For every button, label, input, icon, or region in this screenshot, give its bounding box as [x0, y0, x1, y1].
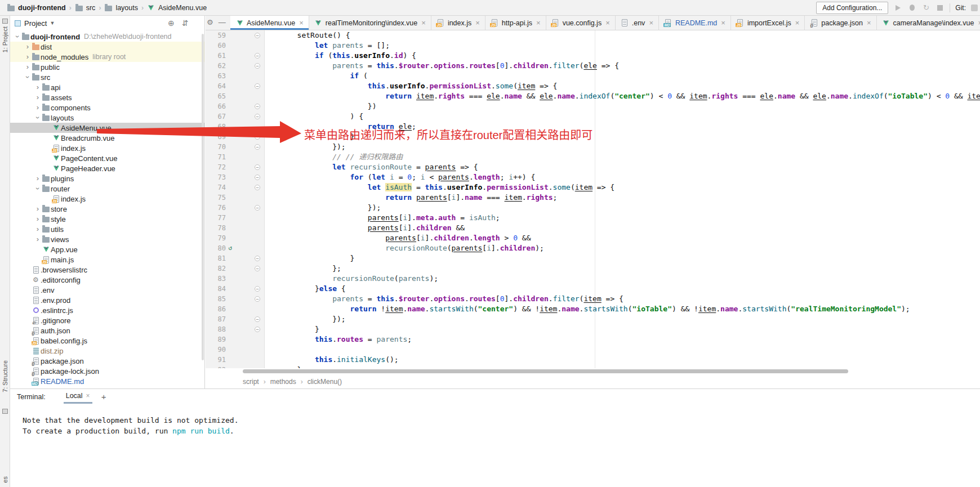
git-update-icon[interactable] [971, 5, 978, 11]
fold-marker-icon[interactable]: − [253, 51, 262, 61]
close-tab-icon[interactable]: × [421, 19, 426, 27]
tree-item-style[interactable]: ›style [10, 214, 204, 224]
tree-chevron-icon[interactable]: › [24, 43, 32, 51]
close-tab-icon[interactable]: × [605, 19, 610, 27]
tree-item-.env[interactable]: .env [10, 285, 204, 295]
tree-item-components[interactable]: ›components [10, 102, 204, 113]
locate-icon[interactable]: ⊕ [168, 19, 175, 28]
tree-chevron-icon[interactable]: › [34, 225, 42, 233]
fold-marker-icon[interactable]: − [253, 284, 262, 294]
tree-item-.eslintrc.js[interactable]: .eslintrc.js [10, 305, 204, 315]
code-line-85[interactable]: 85−parents = this.$router.options.routes… [206, 294, 980, 304]
tree-chevron-icon[interactable]: › [34, 114, 42, 122]
tree-chevron-icon[interactable]: › [34, 215, 42, 223]
fold-marker-icon[interactable]: − [253, 101, 262, 111]
tree-item-public[interactable]: ›public [10, 62, 204, 72]
tree-item-.gitignore[interactable]: ⊘.gitignore [10, 315, 204, 325]
fold-marker-icon[interactable]: − [253, 162, 262, 172]
tab-http-api.js[interactable]: JShttp-api.js× [485, 16, 546, 30]
stop-icon[interactable] [936, 3, 945, 12]
code-line-64[interactable]: 64−this.userInfo.permissionList.some(ite… [206, 81, 980, 91]
code-line-68[interactable]: 68return ele; [206, 122, 980, 132]
tree-chevron-icon[interactable]: › [34, 175, 42, 182]
settings-icon[interactable]: ⚙ [207, 18, 213, 26]
fold-marker-icon[interactable]: − [253, 81, 262, 91]
close-tab-icon[interactable]: × [475, 19, 480, 27]
code-line-67[interactable]: 67−) { [206, 111, 980, 122]
tree-item-src[interactable]: ›src [10, 72, 204, 82]
tree-item-package-lock.json[interactable]: {}package-lock.json [10, 366, 204, 376]
code-line-76[interactable]: 76−}); [206, 203, 980, 213]
coverage-icon[interactable]: ↻ [921, 3, 930, 12]
tree-item-utils[interactable]: ›utils [10, 224, 204, 234]
terminal-tab-local[interactable]: Local × [64, 392, 92, 404]
fold-marker-icon[interactable]: − [253, 263, 262, 274]
close-tab-icon[interactable]: × [649, 19, 653, 27]
fold-marker-icon[interactable]: − [253, 111, 262, 122]
editor-breadcrumb-item[interactable]: script [243, 378, 259, 386]
code-line-66[interactable]: 66−}) [206, 101, 980, 111]
tab-realtimemonitoring-index.vue[interactable]: realTimeMonitoring\index.vue× [309, 16, 431, 30]
add-configuration-button[interactable]: Add Configuration... [816, 2, 888, 14]
tree-item-auth.json[interactable]: {}auth.json [10, 325, 204, 336]
close-tab-icon[interactable]: × [867, 19, 871, 27]
tab-readme.md[interactable]: MDREADME.md× [659, 16, 731, 30]
tree-chevron-icon[interactable]: › [34, 83, 42, 91]
fold-marker-icon[interactable]: − [253, 324, 262, 334]
debug-icon[interactable] [907, 3, 916, 12]
code-line-90[interactable]: 90 [206, 345, 980, 355]
tree-item-assets[interactable]: ›assets [10, 92, 204, 102]
tree-item-index.js[interactable]: JSindex.js [10, 143, 204, 153]
run-icon[interactable] [893, 3, 902, 12]
code-line-87[interactable]: 87−}); [206, 314, 980, 324]
tree-item-duoji-frontend[interactable]: ›duoji-frontendD:\zheheWeb\duoji-fronten… [10, 32, 204, 42]
recursive-call-icon[interactable]: ↺ [226, 243, 235, 253]
fold-marker-icon[interactable]: − [253, 30, 262, 41]
project-scrollbar[interactable] [202, 34, 204, 360]
fold-marker-icon[interactable]: − [253, 314, 262, 324]
favorites-stripe-button[interactable]: es [0, 476, 10, 483]
breadcrumb-item-layouts[interactable]: layouts [103, 4, 139, 12]
code-line-83[interactable]: 83recursionRoute(parents); [206, 274, 980, 284]
tree-chevron-icon[interactable]: › [34, 93, 42, 101]
tree-item-dist.zip[interactable]: dist.zip [10, 346, 204, 356]
fold-marker-icon[interactable]: − [253, 172, 262, 182]
code-line-77[interactable]: 77parents[i].meta.auth = isAuth; [206, 213, 980, 223]
tree-item-asidemenu.vue[interactable]: AsideMenu.vue [10, 123, 204, 133]
tab-vue.config.js[interactable]: JSvue.config.js× [546, 16, 616, 30]
code-line-60[interactable]: 60let parents = []; [206, 41, 980, 51]
fold-marker-icon[interactable]: − [253, 142, 262, 152]
editor-breadcrumb-item[interactable]: clickMenu() [308, 378, 342, 386]
tree-chevron-icon[interactable]: › [34, 104, 42, 111]
tree-item-readme.md[interactable]: MDREADME.md [10, 376, 204, 386]
tree-item-breadcrumb.vue[interactable]: Breadcrumb.vue [10, 133, 204, 143]
tree-item-pageheader.vue[interactable]: PageHeader.vue [10, 163, 204, 173]
fold-marker-icon[interactable]: − [253, 182, 262, 193]
tree-chevron-icon[interactable]: › [24, 53, 32, 61]
code-line-73[interactable]: 73−for (let i = 0; i < parents.length; i… [206, 172, 980, 182]
hide-panel-icon[interactable]: — [219, 18, 226, 26]
tree-chevron-icon[interactable]: › [34, 235, 42, 243]
close-tab-icon[interactable]: × [795, 19, 800, 27]
code-line-61[interactable]: 61−if (this.userInfo.id) { [206, 51, 980, 61]
fold-marker-icon[interactable]: − [253, 253, 262, 263]
git-widget[interactable]: Git: [955, 4, 966, 12]
tree-chevron-icon[interactable]: › [24, 73, 32, 81]
project-panel-title[interactable]: Project [24, 19, 47, 28]
code-line-81[interactable]: 81−} [206, 253, 980, 263]
tree-item-store[interactable]: ›store [10, 204, 204, 214]
tab-index.js[interactable]: JSindex.js× [431, 16, 485, 30]
tree-item-.env.prod[interactable]: .env.prod [10, 295, 204, 305]
code-line-65[interactable]: 65return item.rights === ele.name && ele… [206, 91, 980, 101]
tree-chevron-icon[interactable]: › [34, 205, 42, 213]
close-tab-icon[interactable]: × [721, 19, 725, 27]
scrollbar-thumb[interactable] [243, 369, 848, 373]
collapse-all-icon[interactable]: ⇵ [182, 19, 189, 28]
code-line-86[interactable]: 86return !item.name.startsWith("center")… [206, 304, 980, 314]
stripe-label-partial[interactable]: es [2, 476, 8, 483]
close-tab-icon[interactable]: × [536, 19, 541, 27]
fold-marker-icon[interactable]: − [253, 61, 262, 71]
tree-chevron-icon[interactable]: › [14, 33, 21, 41]
horizontal-scrollbar[interactable] [206, 368, 980, 375]
tree-item-api[interactable]: ›api [10, 82, 204, 92]
